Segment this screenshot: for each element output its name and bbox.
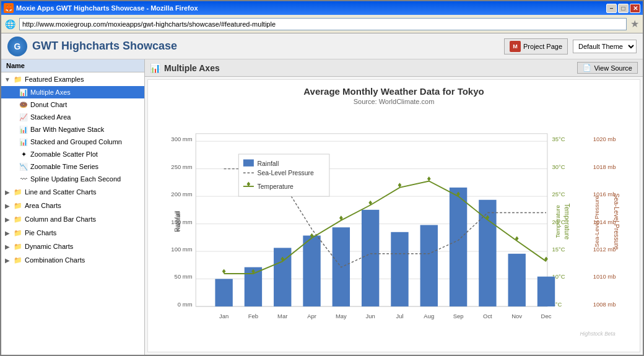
content-header-icon: 📊: [150, 63, 160, 73]
svg-text:Sea-Level Pressure: Sea-Level Pressure: [613, 193, 620, 250]
column-bar-label: Column and Bar Charts: [25, 215, 142, 223]
moxie-icon: M: [510, 41, 521, 52]
view-source-icon: 📄: [583, 64, 591, 72]
featured-label: Featured Examples: [25, 76, 142, 83]
close-button[interactable]: ✕: [630, 4, 640, 13]
window-title: Moxie Apps GWT Highcharts Showcase - Moz…: [16, 4, 604, 12]
chart-icon-scatter: ✦: [19, 149, 28, 159]
address-bar: 🌐 ★: [1, 15, 643, 33]
svg-text:Feb: Feb: [248, 313, 258, 319]
sidebar-item-dynamic[interactable]: ▶ 📁 Dynamic Charts: [1, 240, 144, 253]
sidebar-item-pie[interactable]: ▶ 📁 Pie Charts: [1, 226, 144, 240]
app-header: G GWT Highcharts Showcase M Project Page…: [1, 33, 643, 59]
temp-marker-jan: [222, 269, 226, 274]
svg-text:Sea-Level Pressure: Sea-Level Pressure: [593, 196, 600, 247]
spline-label: Spline Updating Each Second: [30, 175, 144, 183]
browser-icon: 🦊: [4, 3, 14, 13]
zoomable-scatter-label: Zoomable Scatter Plot: [30, 150, 144, 158]
svg-text:300 mm: 300 mm: [171, 136, 192, 142]
svg-text:Dec: Dec: [541, 313, 552, 319]
chart-icon-multiple: 📊: [19, 87, 28, 97]
svg-text:Aug: Aug: [424, 313, 434, 319]
chart-icon-time: 📉: [19, 162, 28, 171]
svg-text:1008 mb: 1008 mb: [593, 301, 616, 308]
expand-icon-column: ▶: [4, 215, 11, 223]
sidebar-item-zoomable-time[interactable]: 📉 Zoomable Time Series: [1, 160, 144, 173]
expand-icon-area: ▶: [4, 202, 11, 209]
bar-nov: [508, 254, 526, 306]
dynamic-charts-label: Dynamic Charts: [25, 243, 142, 250]
sidebar-item-donut[interactable]: 🍩 Donut Chart: [1, 98, 144, 111]
content-area: 📊 Multiple Axes 📄 View Source Average Mo…: [145, 59, 643, 355]
app-logo: G: [7, 37, 27, 56]
svg-text:1018 mb: 1018 mb: [593, 163, 616, 170]
bar-aug: [420, 225, 438, 306]
window-controls: – □ ✕: [606, 4, 640, 13]
sidebar-item-zoomable-scatter[interactable]: ✦ Zoomable Scatter Plot: [1, 148, 144, 160]
sidebar-item-featured[interactable]: ▼ 📁 Featured Examples: [1, 72, 144, 86]
view-source-button[interactable]: 📄 View Source: [577, 62, 638, 74]
svg-text:30°C: 30°C: [552, 163, 565, 170]
chart-icon-area: 📈: [19, 112, 28, 122]
svg-text:25°C: 25°C: [552, 191, 565, 198]
sidebar-item-area[interactable]: ▶ 📁 Area Charts: [1, 199, 144, 212]
expand-icon-line: ▶: [4, 188, 11, 196]
svg-text:1010 mb: 1010 mb: [593, 273, 616, 280]
svg-text:Temperature: Temperature: [554, 205, 561, 238]
title-bar: 🦊 Moxie Apps GWT Highcharts Showcase - M…: [1, 1, 643, 15]
app-title: GWT Highcharts Showcase: [32, 40, 499, 53]
chart-icon-bar: 📊: [19, 124, 28, 134]
bar-jan: [215, 279, 232, 306]
bookmark-icon[interactable]: ★: [630, 18, 639, 30]
multiple-axes-label: Multiple Axes: [30, 89, 144, 96]
svg-text:Jul: Jul: [396, 313, 403, 319]
chart-icon-spline: 〰: [19, 174, 28, 184]
highstock-label: Highstock Beta: [580, 331, 615, 337]
sidebar-item-multiple-axes[interactable]: 📊 Multiple Axes: [1, 86, 144, 98]
folder-icon-column: 📁: [13, 214, 23, 224]
sidebar-item-combination[interactable]: ▶ 📁 Combination Charts: [1, 253, 144, 267]
legend-rainfall-icon: [243, 159, 254, 166]
minimize-button[interactable]: –: [606, 4, 617, 13]
chart-svg: 0 mm 50 mm 100 mm 150 mm 200 mm 250 mm 3…: [154, 110, 633, 339]
line-scatter-label: Line and Scatter Charts: [25, 188, 142, 196]
chart-icon-stacked: 📊: [19, 137, 28, 147]
donut-label: Donut Chart: [30, 101, 144, 108]
folder-icon: 📁: [13, 74, 23, 84]
svg-text:35°C: 35°C: [552, 136, 565, 142]
theme-selector[interactable]: Default Theme Dark Theme Light Theme: [573, 40, 637, 53]
svg-text:15°C: 15°C: [552, 246, 565, 253]
folder-icon-line: 📁: [13, 187, 23, 197]
url-input[interactable]: [19, 18, 627, 30]
chart-subtitle: Source: WorldClimate.com: [154, 98, 633, 105]
svg-text:1020 mb: 1020 mb: [593, 136, 616, 142]
sidebar-item-line-scatter[interactable]: ▶ 📁 Line and Scatter Charts: [1, 185, 144, 199]
chart-svg-wrapper: 0 mm 50 mm 100 mm 150 mm 200 mm 250 mm 3…: [154, 110, 633, 339]
folder-icon-pie: 📁: [13, 228, 23, 238]
svg-text:0 mm: 0 mm: [178, 301, 193, 308]
address-bar-icon: 🌐: [5, 19, 15, 29]
content-title: Multiple Axes: [164, 63, 573, 73]
folder-icon-area: 📁: [13, 201, 23, 211]
bar-jul: [391, 232, 408, 306]
svg-text:Temperature: Temperature: [564, 204, 570, 240]
svg-text:Nov: Nov: [511, 313, 522, 319]
zoomable-time-label: Zoomable Time Series: [30, 163, 144, 170]
legend-rainfall-label: Rainfall: [258, 160, 279, 167]
view-source-label: View Source: [594, 64, 632, 72]
sidebar-item-bar-negative[interactable]: 📊 Bar With Negative Stack: [1, 123, 144, 136]
sidebar-item-stacked-area[interactable]: 📈 Stacked Area: [1, 111, 144, 123]
sidebar-item-spline[interactable]: 〰 Spline Updating Each Second: [1, 173, 144, 185]
sidebar-item-column-bar[interactable]: ▶ 📁 Column and Bar Charts: [1, 212, 144, 226]
folder-icon-dynamic: 📁: [13, 241, 23, 251]
combination-label: Combination Charts: [25, 256, 142, 264]
svg-text:250 mm: 250 mm: [171, 163, 192, 170]
sidebar: Name ▼ 📁 Featured Examples 📊 Multiple Ax…: [1, 59, 145, 355]
bar-jun: [362, 210, 379, 306]
maximize-button[interactable]: □: [618, 4, 629, 13]
project-page-button[interactable]: M Project Page: [504, 38, 568, 54]
folder-icon-combo: 📁: [13, 255, 23, 265]
chart-icon-donut: 🍩: [19, 100, 28, 110]
svg-text:200 mm: 200 mm: [171, 191, 192, 198]
sidebar-item-stacked-grouped[interactable]: 📊 Stacked and Grouped Column: [1, 136, 144, 148]
